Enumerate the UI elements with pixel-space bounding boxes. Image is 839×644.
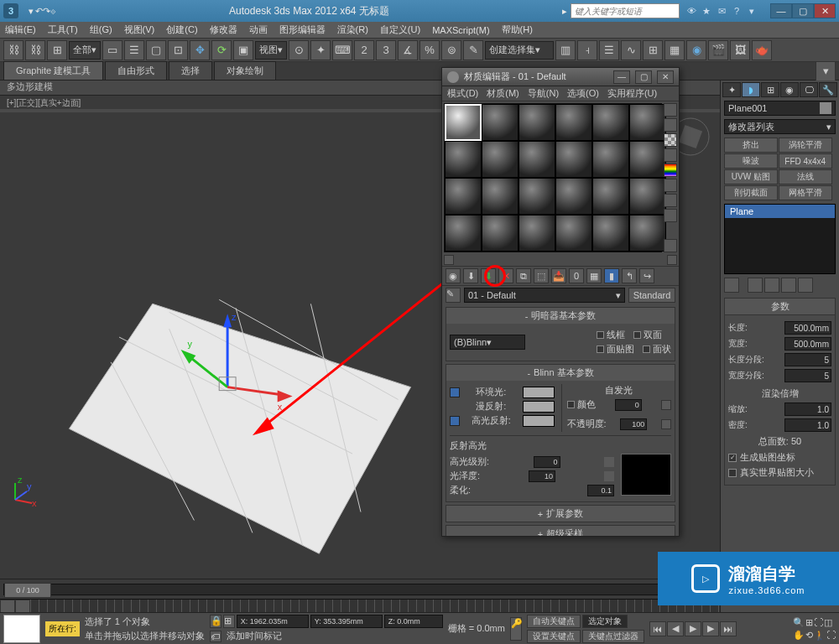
mateditor-titlebar[interactable]: 材质编辑器 - 01 - Default — ▢ ✕ <box>442 68 679 86</box>
viewport-label[interactable]: [+][正交][真实+边面] <box>0 96 839 109</box>
selection-filter-drop[interactable]: 全部 ▾ <box>69 41 101 60</box>
material-slot[interactable] <box>519 104 555 141</box>
selectname-icon[interactable]: ☰ <box>124 40 144 60</box>
mirror-icon[interactable]: ▥ <box>555 40 576 60</box>
gloss-map-button[interactable] <box>604 471 614 481</box>
quick-access[interactable]: ▾ <box>29 6 34 17</box>
material-slot[interactable] <box>555 141 592 178</box>
trackbar-toggle-icon[interactable] <box>0 600 15 613</box>
link-icon[interactable]: ⛓ <box>3 40 23 60</box>
material-slot[interactable] <box>519 215 555 252</box>
material-slot[interactable] <box>592 215 629 252</box>
coord-x[interactable]: X: 1962.035m <box>237 615 309 628</box>
scroll-left-icon[interactable] <box>444 255 454 265</box>
me-menu-material[interactable]: 材质(M) <box>487 87 519 100</box>
twoside-checkbox[interactable]: 双面 <box>633 329 662 341</box>
modbtn-meshsmooth[interactable]: 网格平滑 <box>779 185 832 200</box>
modbtn-uvw[interactable]: UVW 贴图 <box>724 169 778 184</box>
binoculars-icon[interactable]: 👁 <box>685 4 698 18</box>
opacity-map-button[interactable] <box>661 419 671 429</box>
percentsnap-icon[interactable]: % <box>420 40 440 60</box>
maxview-icon[interactable]: ⛶ <box>826 630 836 641</box>
modbtn-extrude[interactable]: 挤出 <box>724 138 778 153</box>
slot-count-icon[interactable] <box>664 239 677 252</box>
material-slot[interactable] <box>555 215 592 252</box>
configure-sets-icon[interactable] <box>798 278 813 293</box>
gloss-spinner[interactable] <box>529 470 555 482</box>
diffuse-color-well[interactable] <box>523 401 555 413</box>
anglesnap-icon[interactable]: ∡ <box>398 40 418 60</box>
selfillum-spinner[interactable] <box>615 399 642 411</box>
undo-icon[interactable]: ↶ <box>35 6 43 17</box>
curveeditor-icon[interactable]: ∿ <box>621 40 641 60</box>
material-slot[interactable] <box>482 141 519 178</box>
me-menu-options[interactable]: 选项(O) <box>567 87 599 100</box>
lock-selection-icon[interactable]: 🔒 <box>210 615 221 628</box>
selectrect-icon[interactable]: ▢ <box>146 40 166 60</box>
density-spinner[interactable] <box>784 418 831 432</box>
me-menu-mode[interactable]: 模式(D) <box>447 87 478 100</box>
select-icon[interactable]: ▭ <box>102 40 122 60</box>
ambient-color-well[interactable] <box>523 387 555 398</box>
soften-spinner[interactable] <box>587 485 614 496</box>
material-slot[interactable] <box>482 104 519 141</box>
material-slot[interactable] <box>482 178 519 215</box>
me-menu-util[interactable]: 实用程序(U) <box>607 87 657 100</box>
close-button[interactable]: ✕ <box>814 3 836 18</box>
material-slot[interactable] <box>629 141 666 178</box>
make-unique-icon[interactable]: ⬚ <box>534 268 549 283</box>
zoom-ext-icon[interactable]: ⛶ <box>814 617 823 628</box>
select-by-mat-icon[interactable] <box>664 194 677 207</box>
align-icon[interactable]: ⫞ <box>577 40 597 60</box>
ribbon-tab-selection[interactable]: 选择 <box>169 61 212 80</box>
exchange-icon[interactable]: ? <box>730 4 743 18</box>
modbtn-turbo[interactable]: 涡轮平滑 <box>779 138 832 153</box>
material-slot[interactable] <box>519 178 555 215</box>
mateditor-max-button[interactable]: ▢ <box>635 70 652 84</box>
mateditor-close-button[interactable]: ✕ <box>657 70 674 84</box>
menu-customize[interactable]: 自定义(U) <box>380 23 420 36</box>
display-tab-icon[interactable]: 🖵 <box>800 82 818 97</box>
mtl-map-nav-icon[interactable] <box>664 209 677 222</box>
show-end-icon[interactable] <box>748 278 763 293</box>
key-large-icon[interactable]: 🔑 <box>510 617 522 641</box>
go-sibling-icon[interactable]: ↪ <box>639 268 654 283</box>
show-map-icon[interactable]: ▦ <box>586 268 602 283</box>
zoom-all-icon[interactable]: ⊞ <box>805 617 813 628</box>
material-slot[interactable] <box>592 178 629 215</box>
ribbon-tab-paint[interactable]: 对象绘制 <box>214 61 276 80</box>
sample-uv-icon[interactable] <box>664 148 677 162</box>
material-slot[interactable] <box>629 215 666 252</box>
material-name-field[interactable]: 01 - Default▾ <box>464 288 625 303</box>
time-slider-knob[interactable]: 0 / 100 <box>4 583 51 598</box>
material-slot-1[interactable] <box>445 104 482 141</box>
width-spinner[interactable] <box>784 337 831 351</box>
menu-create[interactable]: 创建(C) <box>166 23 197 36</box>
menu-maxscript[interactable]: MAXScript(M) <box>432 25 489 35</box>
snap2-icon[interactable]: 2 <box>354 40 374 60</box>
ambient-lock-icon[interactable] <box>450 387 460 397</box>
menu-group[interactable]: 组(G) <box>90 23 112 36</box>
put-to-scene-icon[interactable]: ⬇ <box>463 268 478 283</box>
me-menu-nav[interactable]: 导航(N) <box>528 87 559 100</box>
wseg-spinner[interactable] <box>784 369 831 382</box>
goto-end-icon[interactable]: ⏭ <box>720 621 737 636</box>
ribbon-tab-freeform[interactable]: 自由形式 <box>105 61 167 80</box>
shader-type-drop[interactable]: (B)Blinn ▾ <box>450 335 525 350</box>
modifier-list-drop[interactable]: 修改器列表▾ <box>724 119 836 134</box>
stack-item-plane[interactable]: Plane <box>725 205 835 218</box>
keyboard-icon[interactable]: ⌨ <box>332 40 352 60</box>
rotate-icon[interactable]: ⟳ <box>211 40 232 60</box>
modify-tab-icon[interactable]: ◗ <box>742 82 760 97</box>
menu-edit[interactable]: 编辑(E) <box>5 23 36 36</box>
object-name-field[interactable]: Plane001 <box>724 101 836 116</box>
specular-lock-icon[interactable] <box>450 416 460 426</box>
editnset-icon[interactable]: ✎ <box>463 40 483 60</box>
material-slot[interactable] <box>482 215 519 252</box>
material-slot[interactable] <box>445 178 482 215</box>
link-icon[interactable]: ⟐ <box>50 6 56 16</box>
window-cross-icon[interactable]: ⊡ <box>168 40 188 60</box>
mateditor-icon[interactable]: ◉ <box>686 40 706 60</box>
move-icon[interactable]: ✥ <box>190 40 210 60</box>
selfillum-color-checkbox[interactable]: 颜色 <box>567 398 596 411</box>
